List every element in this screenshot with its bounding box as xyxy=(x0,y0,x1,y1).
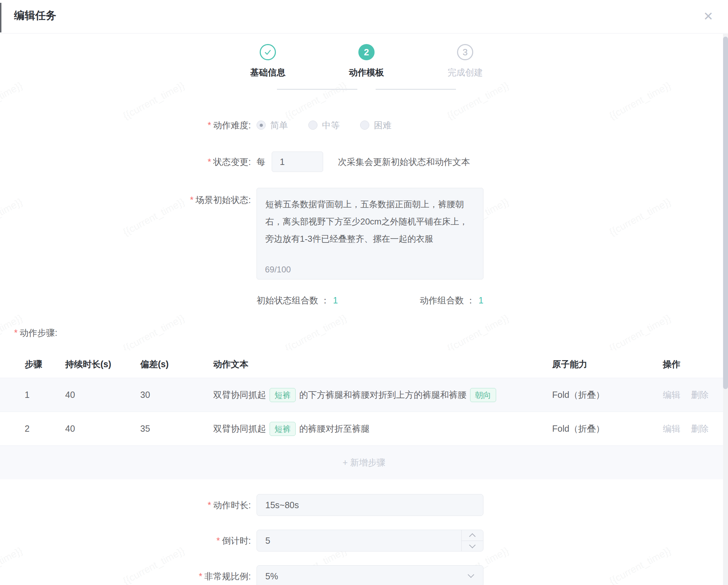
cell-duration: 40 xyxy=(65,424,140,434)
check-icon xyxy=(264,48,272,56)
radio-label: 中等 xyxy=(322,119,340,131)
action-text-segment: 的裤腰对折至裤腿 xyxy=(299,423,370,435)
cell-deviation: 35 xyxy=(140,424,213,434)
radio-option-hard[interactable]: 困难 xyxy=(360,119,391,131)
scrollbar-track xyxy=(723,34,728,585)
radio-circle xyxy=(257,121,266,130)
action-text-tag: 朝向 xyxy=(470,388,496,402)
watermark-text: {{current_time}} xyxy=(283,313,348,355)
field-label: *状态变更: xyxy=(0,156,251,168)
field-label: *倒计时: xyxy=(0,535,251,547)
table-row: 1 40 30 双臂协同抓起短裤的下方裤腿和裤腰对折到上方的裤腿和裤腰朝向 Fo… xyxy=(0,378,728,412)
step-label: 动作模板 xyxy=(324,67,409,78)
required-asterisk: * xyxy=(199,571,202,581)
step-connector xyxy=(376,89,456,90)
difficulty-radio-group: 简单 中等 困难 xyxy=(257,119,412,131)
step-number: 2 xyxy=(364,47,369,58)
form-row-state-change: *状态变更: 每 次采集会更新初始状态和动作文本 xyxy=(0,152,728,172)
add-step-button[interactable]: + 新增步骤 xyxy=(0,445,728,479)
char-counter: 69/100 xyxy=(265,265,291,275)
required-asterisk: * xyxy=(208,157,211,167)
step-item-action-template: 2 动作模板 xyxy=(324,44,409,78)
steps-table: 步骤 持续时长(s) 偏差(s) 动作文本 原子能力 操作 1 40 30 双臂… xyxy=(0,350,728,479)
required-asterisk: * xyxy=(216,536,220,546)
watermark-text: {{current_time}} xyxy=(607,313,673,355)
stepper: 基础信息 2 动作模板 3 完成创建 xyxy=(0,37,728,86)
form-row-unusual-ratio: *非常规比例: 5% xyxy=(0,565,728,585)
edit-task-dialog: {{current_time}}{{current_time}}{{curren… xyxy=(0,0,728,585)
step-item-basic-info: 基础信息 xyxy=(226,44,310,78)
chevron-down-icon xyxy=(468,571,474,578)
step-circle-done xyxy=(260,44,276,60)
form-row-difficulty: *动作难度: 简单 中等 困难 xyxy=(0,118,728,133)
watermark-text: {{current_time}} xyxy=(283,80,348,122)
spinner-up-button[interactable] xyxy=(461,530,483,541)
table-row: 2 40 35 双臂协同抓起短裤的裤腰对折至裤腿 Fold（折叠） 编辑 删除 xyxy=(0,412,728,445)
radio-option-medium[interactable]: 中等 xyxy=(308,119,340,131)
form-row-duration: *动作时长: xyxy=(0,494,728,516)
header-cell-deviation: 偏差(s) xyxy=(140,358,213,370)
header-cell-step: 步骤 xyxy=(25,358,65,370)
cell-deviation: 30 xyxy=(140,390,213,400)
cell-duration: 40 xyxy=(65,390,140,400)
cell-action-text: 双臂协同抓起短裤的下方裤腿和裤腰对折到上方的裤腿和裤腰朝向 xyxy=(213,388,552,402)
watermark-text: {{current_time}} xyxy=(121,80,186,122)
action-combo-stat: 动作组合数 ： 1 xyxy=(420,295,483,306)
action-combo-value: 1 xyxy=(479,295,483,306)
edit-link[interactable]: 编辑 xyxy=(663,389,680,401)
radio-circle xyxy=(308,121,317,130)
chevron-up-icon xyxy=(469,533,475,540)
cell-step: 1 xyxy=(25,390,65,400)
close-button[interactable]: ✕ xyxy=(698,6,718,26)
cell-actions: 编辑 删除 xyxy=(663,423,728,435)
radio-option-easy[interactable]: 简单 xyxy=(257,119,288,131)
countdown-field xyxy=(257,530,483,552)
radio-circle xyxy=(360,121,369,130)
radio-label: 简单 xyxy=(270,119,288,131)
countdown-input[interactable] xyxy=(257,530,483,552)
action-text-tag: 短裤 xyxy=(270,388,296,402)
cell-ability: Fold（折叠） xyxy=(552,389,663,401)
field-label: *动作难度: xyxy=(0,119,251,131)
duration-input[interactable] xyxy=(257,494,483,516)
add-step-label: + 新增步骤 xyxy=(343,457,385,468)
watermark-text: {{current_time}} xyxy=(607,80,673,122)
initial-state-field: 短裤五条数据背面朝上，五条数据正面朝上，裤腰朝右，离头部视野下方至少20cm之外… xyxy=(257,188,483,279)
action-text-segment: 双臂协同抓起 xyxy=(213,389,266,401)
required-asterisk: * xyxy=(208,500,211,510)
field-label: *动作时长: xyxy=(0,499,251,511)
watermark-text: {{current_time}} xyxy=(445,313,511,355)
header-cell-duration: 持续时长(s) xyxy=(65,358,140,370)
selected-option-label: 5% xyxy=(265,571,278,581)
initial-combo-value: 1 xyxy=(333,295,338,306)
unusual-ratio-select[interactable]: 5% xyxy=(257,565,483,585)
state-change-field: 每 次采集会更新初始状态和动作文本 xyxy=(257,152,470,172)
field-label: *非常规比例: xyxy=(0,571,251,582)
scrollbar-thumb[interactable] xyxy=(723,37,728,389)
header-cell-action-text: 动作文本 xyxy=(213,358,552,370)
required-asterisk: * xyxy=(14,328,18,338)
step-label: 基础信息 xyxy=(226,67,310,78)
initial-combo-label: 初始状态组合数 ： xyxy=(257,295,329,306)
cell-ability: Fold（折叠） xyxy=(552,423,663,435)
form-row-countdown: *倒计时: xyxy=(0,530,728,552)
combo-stats: 初始状态组合数 ： 1 动作组合数 ： 1 xyxy=(257,295,483,306)
step-connector xyxy=(277,89,357,90)
header-cell-ability: 原子能力 xyxy=(552,358,663,370)
spinner-down-button[interactable] xyxy=(461,541,483,551)
action-text-segment: 双臂协同抓起 xyxy=(213,423,266,435)
state-change-input[interactable] xyxy=(272,152,323,172)
table-header-row: 步骤 持续时长(s) 偏差(s) 动作文本 原子能力 操作 xyxy=(0,350,728,378)
header-cell-actions: 操作 xyxy=(663,358,728,370)
dialog-title: 编辑任务 xyxy=(14,8,56,23)
delete-link[interactable]: 删除 xyxy=(691,389,709,401)
chevron-down-icon xyxy=(469,542,475,548)
action-steps-label: *动作步骤: xyxy=(14,327,57,339)
edit-link[interactable]: 编辑 xyxy=(663,423,680,435)
initial-combo-stat: 初始状态组合数 ： 1 xyxy=(257,295,338,306)
delete-link[interactable]: 删除 xyxy=(691,423,709,435)
watermark-text: {{current_time}} xyxy=(0,80,24,122)
cell-step: 2 xyxy=(25,424,65,434)
countdown-spinner xyxy=(461,530,483,551)
required-asterisk: * xyxy=(190,195,193,205)
